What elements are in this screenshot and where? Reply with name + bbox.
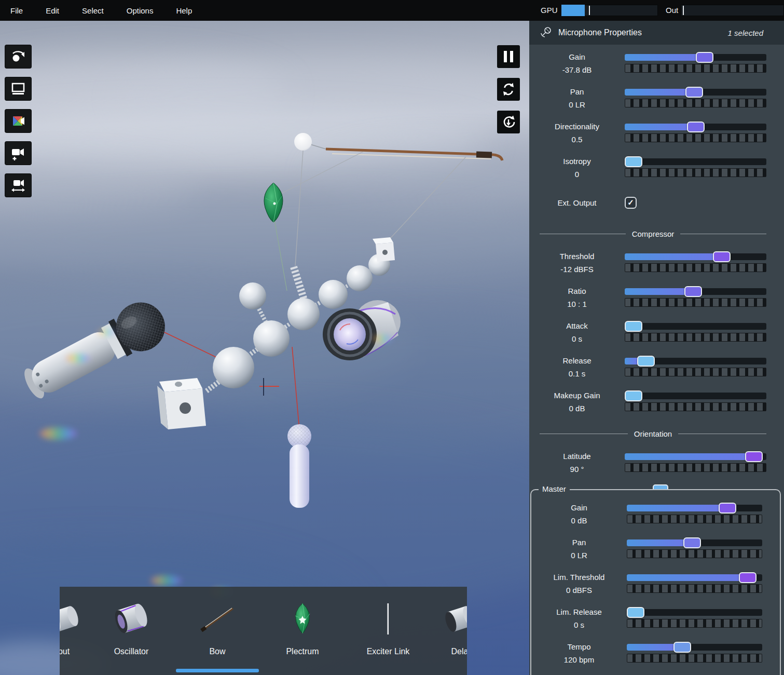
orbit-record-button[interactable]: [5, 45, 31, 68]
slider-handle[interactable]: [625, 156, 642, 167]
prop-value[interactable]: 0 s: [529, 332, 625, 345]
prop-value[interactable]: 10 : 1: [529, 298, 625, 310]
slider-attack[interactable]: [625, 323, 766, 330]
reset-orientation-button[interactable]: [497, 111, 520, 133]
prop-value[interactable]: 0 dBFS: [531, 584, 627, 597]
prop-text-attack: Attack0 s: [529, 319, 625, 345]
level-meter: [625, 368, 766, 376]
orbit-record-icon: [10, 49, 26, 64]
menu-item-options[interactable]: Options: [127, 6, 154, 15]
palette-item-oscillator[interactable]: Oscillator: [90, 594, 173, 672]
sync-button[interactable]: [497, 78, 520, 101]
prop-ctrl: [625, 323, 766, 342]
prop-ctrl: [627, 644, 762, 663]
color-display-button[interactable]: [5, 110, 31, 132]
level-meter: [625, 64, 766, 73]
slider-isotropy[interactable]: [625, 158, 766, 165]
slider-handle[interactable]: [625, 390, 642, 401]
prop-value[interactable]: -12 dBFS: [529, 263, 625, 276]
slider-threshold[interactable]: [625, 253, 766, 260]
slider-pan[interactable]: [625, 89, 766, 96]
slider-lim-release[interactable]: [627, 609, 762, 616]
prop-value[interactable]: 0 LR: [531, 549, 627, 562]
slider-ratio[interactable]: [625, 288, 766, 295]
anchor-cube[interactable]: [157, 378, 206, 429]
bow-anchor-ball[interactable]: [294, 133, 312, 151]
level-meter: [625, 99, 766, 107]
prop-row-attack: Attack0 s: [529, 315, 784, 349]
pan-camera-button[interactable]: [5, 174, 31, 197]
prop-value[interactable]: 90 °: [529, 463, 625, 476]
prop-value[interactable]: 0 LR: [529, 98, 625, 111]
prop-text-gain: Gain-37.8 dB: [529, 50, 625, 76]
level-meter: [625, 263, 766, 272]
entity-palette: putOscillatorBowPlectrumExciter LinkDela: [60, 587, 467, 675]
prop-text-tempo: Tempo120 bpm: [531, 640, 627, 666]
prop-label: Release: [529, 354, 625, 367]
slider-lim-threshold[interactable]: [627, 574, 762, 581]
ext-output-checkbox[interactable]: ✓: [625, 197, 637, 209]
frame-display-button[interactable]: [5, 77, 31, 100]
prop-row-tempo: Tempo120 bpm: [531, 636, 780, 670]
bow-icon: [176, 594, 259, 644]
selection-count: 1 selected: [728, 29, 775, 37]
slider-handle[interactable]: [683, 537, 701, 548]
slider-handle[interactable]: [625, 321, 642, 332]
prop-value[interactable]: 0.1 s: [529, 367, 625, 380]
palette-item-plectrum[interactable]: Plectrum: [261, 594, 344, 672]
palette-item-exciter-link[interactable]: Exciter Link: [347, 594, 430, 672]
slider-handle[interactable]: [684, 286, 702, 297]
slider-handle[interactable]: [673, 642, 691, 653]
menu-item-help[interactable]: Help: [176, 6, 192, 15]
prop-text-pan: Pan0 LR: [529, 85, 625, 111]
prop-ctrl: [625, 89, 766, 107]
slider-handle[interactable]: [696, 52, 713, 63]
prop-value[interactable]: 0 dB: [531, 514, 627, 527]
slider-handle[interactable]: [713, 251, 731, 262]
prop-row-pan: Pan0 LR: [531, 531, 780, 566]
slider-tempo[interactable]: [627, 644, 762, 651]
exciter-link-icon: [347, 594, 430, 644]
slider-handle[interactable]: [719, 503, 736, 514]
slider-handle[interactable]: [739, 572, 757, 583]
prop-text-lim-release: Lim. Release0 s: [531, 605, 627, 631]
level-meter: [627, 549, 762, 558]
pause-button[interactable]: [497, 45, 520, 68]
slider-handle[interactable]: [687, 122, 705, 132]
menu-item-file[interactable]: File: [10, 6, 23, 15]
prop-value[interactable]: -37.8 dB: [529, 63, 625, 76]
slider-latitude[interactable]: [625, 453, 766, 460]
menu-bar: FileEditSelectOptionsHelp GPU Out: [0, 0, 784, 21]
palette-item-dela[interactable]: Dela: [418, 594, 467, 672]
slider-gain[interactable]: [625, 54, 766, 61]
divider-line: [540, 234, 626, 234]
slider-release[interactable]: [625, 358, 766, 365]
palette-item-bow[interactable]: Bow: [176, 594, 259, 672]
prop-label: Pan: [531, 536, 627, 549]
slider-handle[interactable]: [637, 356, 655, 367]
slider-handle[interactable]: [685, 87, 703, 98]
hanging-microphone[interactable]: [287, 424, 311, 508]
prop-value[interactable]: 0: [529, 168, 625, 181]
prop-text-ratio: Ratio10 : 1: [529, 285, 625, 310]
menu-item-select[interactable]: Select: [82, 6, 104, 15]
slider-fill: [627, 505, 733, 511]
slider-makeup-gain[interactable]: [625, 393, 766, 399]
3d-viewport[interactable]: putOscillatorBowPlectrumExciter LinkDela: [0, 21, 529, 675]
slider-gain[interactable]: [627, 505, 762, 511]
prop-row-gain: Gain0 dB: [531, 496, 780, 531]
slider-handle[interactable]: [627, 607, 644, 618]
slider-directionality[interactable]: [625, 124, 766, 130]
prop-value[interactable]: 0.5: [529, 133, 625, 146]
palette-item-label: Plectrum: [261, 647, 344, 656]
prop-value[interactable]: 0 dB: [529, 402, 625, 415]
prop-value[interactable]: 120 bpm: [531, 653, 627, 666]
compressor-section-header: Compressor: [540, 222, 766, 245]
slider-pan[interactable]: [627, 539, 762, 546]
menu-item-edit[interactable]: Edit: [46, 6, 59, 15]
prop-label: Pan: [529, 85, 625, 98]
sync-icon: [501, 82, 516, 97]
slider-handle[interactable]: [745, 451, 763, 462]
add-camera-button[interactable]: [5, 142, 31, 165]
prop-value[interactable]: 0 s: [531, 618, 627, 631]
